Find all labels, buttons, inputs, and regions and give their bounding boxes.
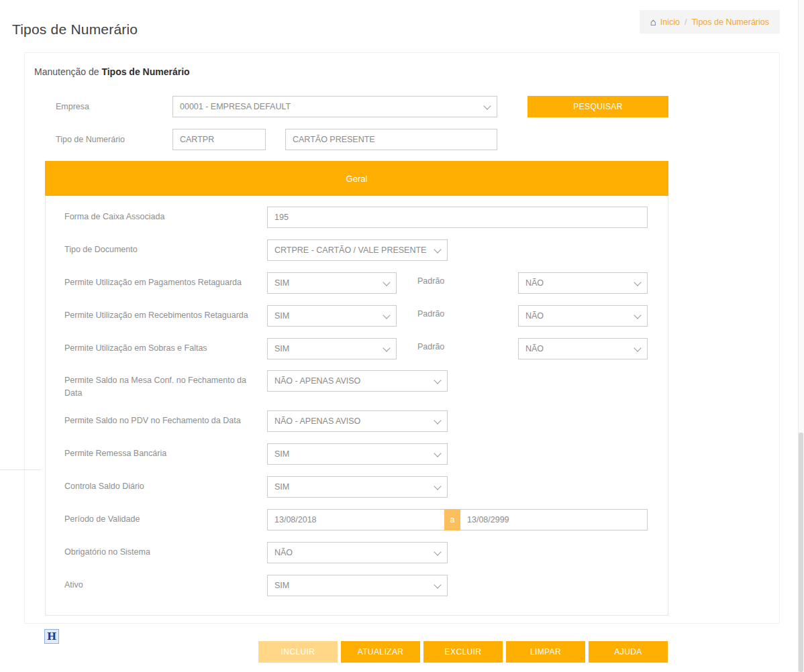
- tipo-documento-label: Tipo de Documento: [64, 243, 252, 256]
- pesquisar-button[interactable]: PESQUISAR: [527, 96, 668, 117]
- atualizar-button[interactable]: ATUALIZAR: [341, 641, 420, 663]
- field-row-controla-saldo: Controla Saldo Diário SIM: [46, 476, 668, 498]
- saldo-mesa-value: NÃO - APENAS AVISO: [274, 376, 360, 386]
- forma-caixa-input[interactable]: 195: [267, 207, 648, 228]
- tipo-descricao-value: CARTÃO PRESENTE: [293, 135, 375, 144]
- field-row-ativo: Ativo SIM: [46, 575, 668, 596]
- subtitle-bold: Tipos de Numerário: [101, 66, 189, 77]
- pagamentos-padrao-label: Padrão: [417, 276, 444, 286]
- remessa-value: SIM: [274, 449, 289, 459]
- chevron-down-icon: [483, 102, 491, 109]
- scrollbar-track[interactable]: [798, 0, 804, 672]
- field-row-recebimentos: Permite Utilização em Recebimentos Retag…: [46, 305, 668, 327]
- controla-saldo-value: SIM: [274, 482, 289, 492]
- obrigatorio-select[interactable]: NÃO: [267, 542, 448, 563]
- field-row-obrigatorio: Obrigatório no Sistema NÃO: [46, 542, 668, 563]
- chevron-down-icon: [434, 449, 441, 457]
- tab-geral-label: Geral: [346, 174, 368, 184]
- ajuda-button[interactable]: AJUDA: [589, 641, 668, 663]
- excluir-button[interactable]: EXCLUIR: [423, 641, 503, 663]
- pagamentos-padrao-value: NÃO: [525, 278, 544, 288]
- tipo-codigo-value: CARTPR: [180, 135, 214, 144]
- controla-saldo-label: Controla Saldo Diário: [64, 480, 252, 493]
- pagamentos-label: Permite Utilização em Pagamentos Retagua…: [64, 276, 252, 289]
- sobras-padrao-select[interactable]: NÃO: [518, 338, 648, 359]
- tipo-documento-value: CRTPRE - CARTÃO / VALE PRESENTE: [274, 245, 426, 255]
- empresa-label: Empresa: [56, 102, 89, 111]
- forma-caixa-value: 195: [274, 213, 289, 222]
- remessa-label: Permite Remessa Bancária: [64, 447, 252, 460]
- recebimentos-value: SIM: [274, 311, 289, 321]
- sobras-select[interactable]: SIM: [267, 338, 397, 359]
- periodo-label: Período de Validade: [64, 513, 252, 526]
- incluir-button[interactable]: INCLUIR: [258, 641, 338, 663]
- recebimentos-select[interactable]: SIM: [267, 305, 397, 327]
- chevron-down-icon: [434, 245, 441, 253]
- periodo-fim-value: 13/08/2999: [467, 515, 509, 524]
- chevron-down-icon: [634, 278, 641, 286]
- sobras-padrao-value: NÃO: [525, 344, 544, 353]
- screen: ⌂ Inicio / Tipos de Numerários Tipos de …: [0, 0, 804, 672]
- controla-saldo-select[interactable]: SIM: [267, 476, 448, 498]
- scrollbar-thumb[interactable]: [799, 433, 803, 672]
- breadcrumb: ⌂ Inicio / Tipos de Numerários: [640, 10, 780, 34]
- geral-fieldset: Forma de Caixa Associada 195 Tipo de Doc…: [45, 196, 668, 616]
- tipo-documento-select[interactable]: CRTPRE - CARTÃO / VALE PRESENTE: [267, 239, 448, 261]
- h-icon[interactable]: H: [44, 629, 59, 644]
- tipo-numerario-label: Tipo de Numerário: [56, 135, 125, 144]
- obrigatorio-label: Obrigatório no Sistema: [64, 546, 252, 559]
- chevron-down-icon: [434, 416, 441, 424]
- breadcrumb-current[interactable]: Tipos de Numerários: [691, 17, 769, 27]
- chevron-down-icon: [434, 548, 441, 555]
- page-title: Tipos de Numerário: [12, 21, 138, 38]
- empresa-select-value: 00001 - EMPRESA DEFAULT: [180, 102, 291, 111]
- remessa-select[interactable]: SIM: [267, 443, 448, 465]
- field-row-pagamentos: Permite Utilização em Pagamentos Retagua…: [46, 272, 668, 294]
- tipo-descricao-input[interactable]: CARTÃO PRESENTE: [285, 129, 497, 150]
- panel-subtitle: Manutenção de Tipos de Numerário: [34, 66, 190, 77]
- field-row-tipo-documento: Tipo de Documento CRTPRE - CARTÃO / VALE…: [46, 239, 668, 261]
- home-icon[interactable]: ⌂: [650, 17, 656, 27]
- limpar-button[interactable]: LIMPAR: [506, 641, 585, 663]
- footer-buttons: INCLUIR ATUALIZAR EXCLUIR LIMPAR AJUDA: [258, 641, 668, 663]
- saldo-pdv-value: NÃO - APENAS AVISO: [274, 416, 360, 426]
- field-row-sobras: Permite Utilização em Sobras e Faltas SI…: [46, 338, 668, 359]
- field-row-saldo-pdv: Permite Saldo no PDV no Fechamento da Da…: [46, 410, 668, 432]
- breadcrumb-home-link[interactable]: Inicio: [660, 17, 680, 27]
- pagamentos-select[interactable]: SIM: [267, 272, 397, 294]
- empresa-select[interactable]: 00001 - EMPRESA DEFAULT: [172, 96, 497, 117]
- chevron-down-icon: [434, 376, 441, 384]
- saldo-pdv-select[interactable]: NÃO - APENAS AVISO: [267, 410, 448, 432]
- periodo-inicio-value: 13/08/2018: [274, 515, 317, 524]
- saldo-mesa-label: Permite Saldo na Mesa Conf. no Fechament…: [64, 374, 252, 400]
- field-row-remessa: Permite Remessa Bancária SIM: [46, 443, 668, 465]
- chevron-down-icon: [634, 344, 641, 351]
- tipo-codigo-input[interactable]: CARTPR: [172, 129, 266, 150]
- subtitle-prefix: Manutenção de: [34, 66, 101, 77]
- chevron-down-icon: [383, 278, 390, 286]
- main-panel: Manutenção de Tipos de Numerário Empresa…: [24, 52, 780, 624]
- ativo-select[interactable]: SIM: [267, 575, 448, 596]
- forma-caixa-label: Forma de Caixa Associada: [64, 211, 252, 223]
- saldo-pdv-label: Permite Saldo no PDV no Fechamento da Da…: [64, 414, 252, 427]
- saldo-mesa-select[interactable]: NÃO - APENAS AVISO: [267, 370, 448, 392]
- field-row-saldo-mesa: Permite Saldo na Mesa Conf. no Fechament…: [46, 370, 668, 392]
- obrigatorio-value: NÃO: [274, 548, 293, 557]
- periodo-inicio-input[interactable]: 13/08/2018: [267, 509, 444, 530]
- divider-line: [0, 469, 40, 470]
- periodo-separator: a: [444, 509, 460, 530]
- chevron-down-icon: [383, 311, 390, 319]
- recebimentos-label: Permite Utilização em Recebimentos Retag…: [64, 309, 252, 322]
- breadcrumb-separator: /: [685, 17, 687, 27]
- chevron-down-icon: [434, 581, 441, 588]
- pagamentos-padrao-select[interactable]: NÃO: [518, 272, 648, 294]
- periodo-fim-input[interactable]: 13/08/2999: [460, 509, 648, 530]
- field-row-forma-caixa: Forma de Caixa Associada 195: [46, 207, 668, 228]
- ativo-label: Ativo: [64, 579, 252, 592]
- tab-geral[interactable]: Geral: [45, 161, 668, 196]
- pagamentos-value: SIM: [274, 278, 289, 288]
- recebimentos-padrao-select[interactable]: NÃO: [518, 305, 648, 327]
- recebimentos-padrao-value: NÃO: [525, 311, 544, 321]
- ativo-value: SIM: [274, 581, 289, 590]
- chevron-down-icon: [634, 311, 641, 319]
